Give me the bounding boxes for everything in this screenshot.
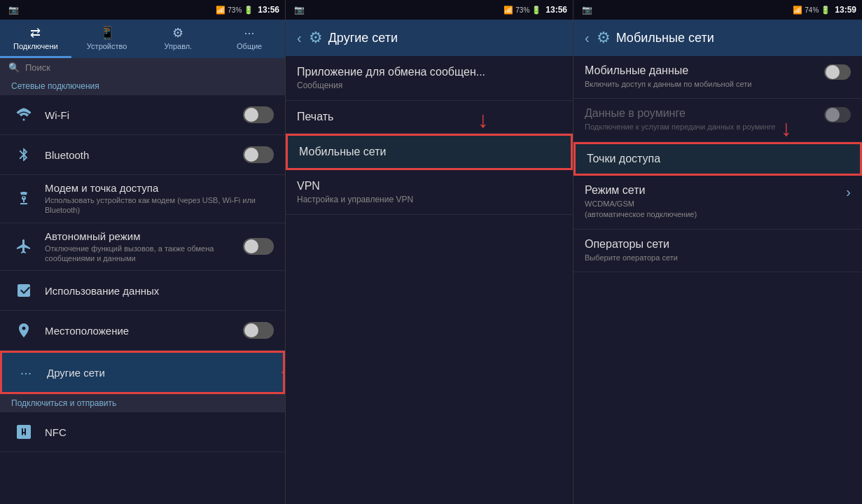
settings-item-airplane[interactable]: Автономный режим Отключение функций вызо… [0, 223, 285, 272]
panel-mobile-networks: 📷 📶 74% 🔋 13:59 ‹ ⚙ Мобильные сети Мобил… [573, 0, 862, 504]
mobiledata-title: Мобильные данные [585, 64, 819, 77]
nfc-title: NFC [45, 426, 274, 438]
networkmode-content: Режим сети WCDMA/GSM (автоматическое под… [585, 184, 840, 220]
messaging-title: Приложение для обмена сообщен... [297, 66, 562, 78]
modem-content: Модем и точка доступа Использовать устро… [45, 182, 274, 216]
battery-percent-2: 73% [515, 6, 529, 14]
status-bar-3: 📷 📶 74% 🔋 13:59 [573, 0, 862, 20]
camera-icon: 📷 [8, 5, 19, 15]
nfc-content: NFC [45, 426, 274, 438]
gear-icon-2: ⚙ [309, 29, 323, 47]
menu-item-messaging[interactable]: Приложение для обмена сообщен... Сообщен… [286, 56, 573, 101]
status-left-1: 📷 [6, 5, 213, 15]
mobile-item-networkmode[interactable]: Режим сети WCDMA/GSM (автоматическое под… [573, 176, 862, 230]
back-button-3[interactable]: ‹ [585, 30, 590, 46]
othernets-title: Другие сети [47, 367, 272, 379]
mobiledata-right [824, 64, 851, 80]
tab-manage-icon: ⚙ [172, 25, 183, 41]
page-header-3: ‹ ⚙ Мобильные сети [573, 20, 862, 56]
panel1-scroll[interactable]: Wi-Fi Bluetooth [0, 95, 285, 504]
airplane-toggle[interactable] [243, 238, 274, 255]
mobiledata-toggle[interactable] [824, 64, 851, 80]
tab-device[interactable]: 📱 Устройство [71, 20, 143, 58]
location-toggle[interactable] [243, 322, 274, 339]
tab-device-label: Устройство [87, 42, 127, 50]
mobile-item-operators[interactable]: Операторы сети Выберите оператора сети [573, 230, 862, 272]
settings-item-othernets[interactable]: ··· Другие сети ↓ [0, 351, 285, 394]
bluetooth-icon [11, 142, 36, 167]
settings-item-datausage[interactable]: Использование данных [0, 271, 285, 311]
panel-connections: 📷 📶 73% 🔋 13:56 ⇄ Подключени 📱 Устройств… [0, 0, 286, 504]
airplane-toggle-switch[interactable] [243, 238, 274, 255]
roaming-toggle[interactable] [824, 107, 851, 122]
accesspoints-title: Точки доступа [587, 153, 849, 165]
mobile-nets-wrapper: ↓ Мобильные сети [286, 134, 573, 170]
location-icon [11, 318, 36, 343]
status-left-3: 📷 [579, 5, 790, 15]
signal-icon-2: 📶 [503, 6, 513, 15]
arrow-to-panel2: ↓ [279, 354, 285, 380]
accesspoints-content: Точки доступа [587, 153, 849, 165]
camera-icon-2: 📷 [294, 5, 305, 15]
settings-item-wifi[interactable]: Wi-Fi [0, 95, 285, 135]
tab-general[interactable]: ··· Общие [214, 20, 285, 58]
bluetooth-title: Bluetooth [45, 149, 237, 161]
back-button-2[interactable]: ‹ [297, 30, 302, 46]
airplane-icon [11, 234, 36, 259]
location-toggle-switch[interactable] [243, 322, 274, 339]
arrow-to-accesspoints: ↓ [781, 115, 792, 141]
mobile-item-mobiledata[interactable]: Мобильные данные Включить доступ к данны… [573, 56, 862, 99]
settings-item-nfc[interactable]: NFC [0, 412, 285, 452]
airplane-content: Автономный режим Отключение функций вызо… [45, 230, 237, 264]
search-bar: 🔍 Поиск [0, 58, 285, 77]
menu-item-print[interactable]: Печать [286, 101, 573, 134]
modem-icon [11, 186, 36, 211]
page-header-2: ‹ ⚙ Другие сети [286, 20, 573, 56]
location-title: Местоположение [45, 325, 237, 337]
networkmode-right: › [846, 184, 851, 200]
battery-percent-1: 73% [228, 6, 242, 14]
tab-connections[interactable]: ⇄ Подключени [0, 20, 71, 58]
time-2: 13:56 [545, 5, 567, 15]
modem-title: Модем и точка доступа [45, 182, 274, 194]
settings-item-bluetooth[interactable]: Bluetooth [0, 135, 285, 175]
bluetooth-toggle-switch[interactable] [243, 146, 274, 163]
status-bar-2: 📷 📶 73% 🔋 13:56 [286, 0, 573, 20]
menu-item-vpn[interactable]: VPN Настройка и управление VPN [286, 170, 573, 215]
modem-subtitle: Использовать устройство как модем (через… [45, 195, 274, 216]
mobile-item-accesspoints[interactable]: Точки доступа [573, 142, 862, 176]
status-bar-1: 📷 📶 73% 🔋 13:56 [0, 0, 285, 20]
page-title-2: Другие сети [328, 31, 398, 46]
status-right-1: 📶 73% 🔋 13:56 [216, 5, 279, 15]
wifi-icon [11, 102, 36, 127]
tab-general-icon: ··· [244, 26, 255, 41]
messaging-subtitle: Сообщения [297, 80, 562, 90]
bluetooth-toggle[interactable] [243, 146, 274, 163]
wifi-toggle[interactable] [243, 106, 274, 123]
battery-icon-2: 🔋 [531, 6, 541, 15]
othernets-icon: ··· [13, 360, 39, 385]
tab-manage[interactable]: ⚙ Управл. [143, 20, 214, 58]
panel2-scroll[interactable]: Приложение для обмена сообщен... Сообщен… [286, 56, 573, 504]
mobile-item-roaming[interactable]: Данные в роуминге Подключение к услугам … [573, 99, 862, 141]
panel3-scroll[interactable]: Мобильные данные Включить доступ к данны… [573, 56, 862, 504]
wifi-toggle-switch[interactable] [243, 106, 274, 123]
settings-item-modem[interactable]: Модем и точка доступа Использовать устро… [0, 175, 285, 223]
signal-icon-1: 📶 [216, 6, 225, 15]
networkmode-subtitle: WCDMA/GSM (автоматическое подключение) [585, 199, 840, 220]
print-title: Печать [297, 111, 562, 123]
networkmode-title: Режим сети [585, 184, 840, 197]
status-right-2: 📶 73% 🔋 13:56 [503, 5, 567, 15]
battery-percent-3: 74% [805, 6, 819, 14]
operators-subtitle: Выберите оператора сети [585, 253, 851, 263]
airplane-subtitle: Отключение функций вызовов, а также обме… [45, 244, 237, 264]
operators-content: Операторы сети Выберите оператора сети [585, 238, 851, 263]
panel-other-networks: 📷 📶 73% 🔋 13:56 ‹ ⚙ Другие сети Приложен… [286, 0, 573, 504]
accesspoints-wrapper: ↓ Точки доступа [573, 142, 862, 176]
settings-item-location[interactable]: Местоположение [0, 311, 285, 351]
location-content: Местоположение [45, 325, 237, 337]
mobiledata-subtitle: Включить доступ к данным по мобильной се… [585, 79, 819, 90]
tab-manage-label: Управл. [164, 42, 192, 50]
menu-item-mobilenets[interactable]: Мобильные сети [286, 134, 573, 170]
battery-icon-1: 🔋 [244, 6, 253, 15]
